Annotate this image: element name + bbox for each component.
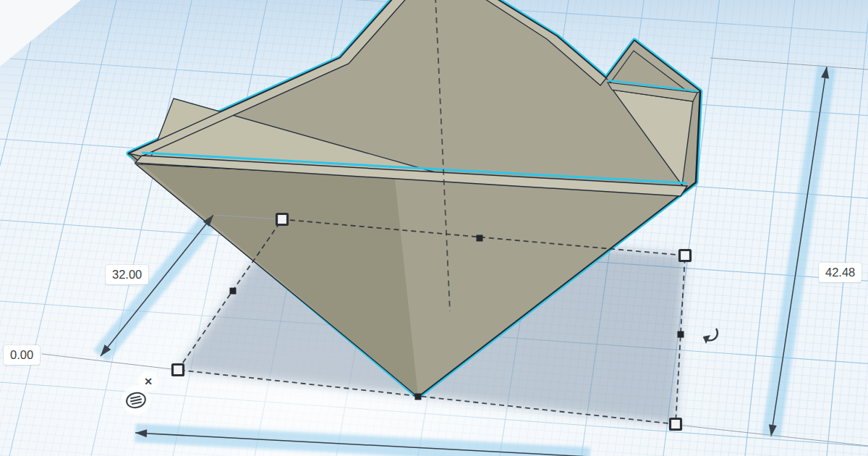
- scale-edge-handle[interactable]: [678, 332, 684, 338]
- scale-corner-handle[interactable]: [671, 419, 681, 430]
- ruler-z-position-value[interactable]: 0.00: [4, 345, 40, 365]
- ruler-height-value[interactable]: 42.48: [819, 263, 861, 282]
- midpoint-toggle-icon: [123, 389, 149, 412]
- scale-edge-handle[interactable]: [477, 235, 483, 242]
- scale-corner-handle[interactable]: [680, 250, 691, 261]
- scale-corner-handle[interactable]: [173, 365, 184, 376]
- ruler-midpoint-toggle[interactable]: [122, 386, 150, 415]
- scale-corner-handle[interactable]: [277, 214, 288, 225]
- scale-edge-handle[interactable]: [415, 394, 422, 400]
- tinkercad-3d-viewport[interactable]: 32.00 42.48 0.00 ✕: [0, 0, 868, 456]
- scale-edge-handle[interactable]: [230, 288, 237, 295]
- ruler-width-value[interactable]: 32.00: [106, 265, 148, 284]
- close-icon: ✕: [144, 376, 153, 387]
